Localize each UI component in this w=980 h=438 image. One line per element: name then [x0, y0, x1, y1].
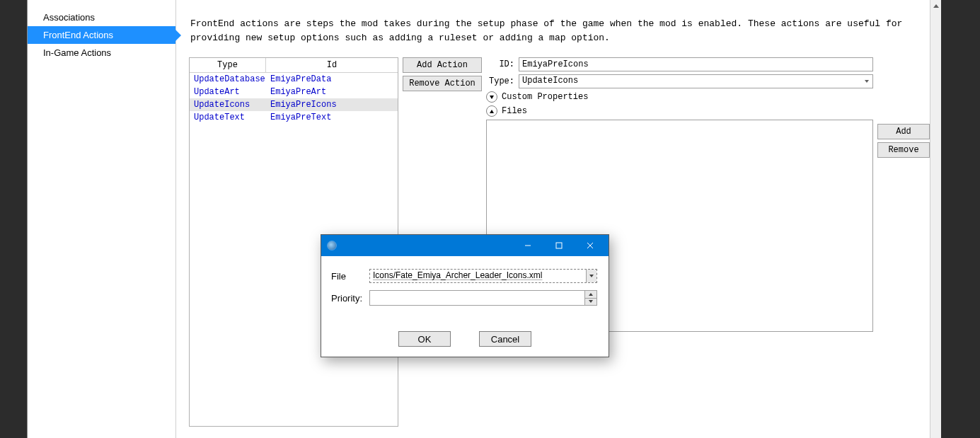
minimize-icon: [524, 242, 531, 249]
custom-properties-section[interactable]: Custom Properties: [486, 91, 873, 103]
maximize-button[interactable]: [543, 236, 575, 255]
remove-file-button[interactable]: Remove: [877, 142, 930, 158]
chevron-up-icon: [486, 105, 497, 117]
close-button[interactable]: [575, 236, 606, 255]
main-content: FrontEnd actions are steps the mod takes…: [178, 0, 941, 438]
remove-action-button[interactable]: Remove Action: [403, 76, 482, 91]
chevron-down-icon: [486, 91, 497, 103]
minimize-button[interactable]: [512, 236, 543, 255]
type-select[interactable]: UpdateIcons: [519, 74, 873, 88]
file-combobox[interactable]: Icons/Fate_Emiya_Archer_Leader_Icons.xml: [369, 269, 597, 283]
dropdown-icon[interactable]: [586, 270, 596, 282]
table-row[interactable]: UpdateDatabase EmiyaPreData: [190, 73, 398, 86]
spin-up-button[interactable]: [585, 291, 596, 299]
file-buttons: Add Remove: [877, 57, 930, 427]
add-action-button[interactable]: Add Action: [403, 57, 482, 73]
left-nav: Associations FrontEnd Actions In-Game Ac…: [28, 0, 176, 438]
spin-down-button[interactable]: [585, 299, 596, 306]
nav-associations[interactable]: Associations: [28, 8, 175, 26]
table-row[interactable]: UpdateIcons EmiyaPreIcons: [190, 98, 398, 111]
vertical-scrollbar[interactable]: [930, 0, 941, 438]
priority-spinner: [585, 290, 597, 306]
app-icon: [327, 241, 337, 250]
cell-id: EmiyaPreIcons: [266, 98, 398, 111]
id-input[interactable]: [519, 57, 873, 71]
dialog-titlebar[interactable]: [321, 235, 609, 256]
cell-type: UpdateIcons: [190, 98, 266, 111]
cell-id: EmiyaPreArt: [266, 86, 398, 98]
table-row[interactable]: UpdateArt EmiyaPreArt: [190, 86, 398, 98]
file-dialog: File Icons/Fate_Emiya_Archer_Leader_Icon…: [321, 234, 609, 357]
scroll-up-icon[interactable]: [930, 0, 941, 11]
app-main-panel: Associations FrontEnd Actions In-Game Ac…: [27, 0, 941, 438]
files-section[interactable]: Files: [486, 105, 873, 117]
id-label: ID:: [486, 59, 519, 69]
cancel-button[interactable]: Cancel: [479, 331, 531, 347]
column-header-id[interactable]: Id: [266, 58, 398, 72]
column-header-type[interactable]: Type: [190, 58, 266, 72]
svg-rect-1: [556, 243, 562, 248]
maximize-icon: [555, 242, 563, 249]
cell-type: UpdateText: [190, 111, 266, 124]
table-row[interactable]: UpdateText EmiyaPreText: [190, 111, 398, 124]
cell-type: UpdateDatabase: [190, 73, 266, 86]
close-icon: [587, 242, 594, 249]
files-label: Files: [502, 106, 527, 116]
cell-id: EmiyaPreText: [266, 111, 398, 124]
cell-id: EmiyaPreData: [266, 73, 398, 86]
right-dark-strip: [941, 0, 980, 438]
add-file-button[interactable]: Add: [877, 124, 930, 139]
description-text: FrontEnd actions are steps the mod takes…: [189, 17, 930, 45]
priority-label: Priority:: [331, 293, 369, 304]
file-label: File: [331, 271, 369, 282]
ok-button[interactable]: OK: [398, 331, 451, 347]
nav-ingame-actions[interactable]: In-Game Actions: [28, 44, 175, 62]
cell-type: UpdateArt: [190, 86, 266, 98]
priority-input[interactable]: [369, 290, 585, 306]
type-label: Type:: [486, 76, 519, 86]
nav-frontend-actions[interactable]: FrontEnd Actions: [28, 26, 175, 44]
custom-properties-label: Custom Properties: [502, 92, 588, 102]
